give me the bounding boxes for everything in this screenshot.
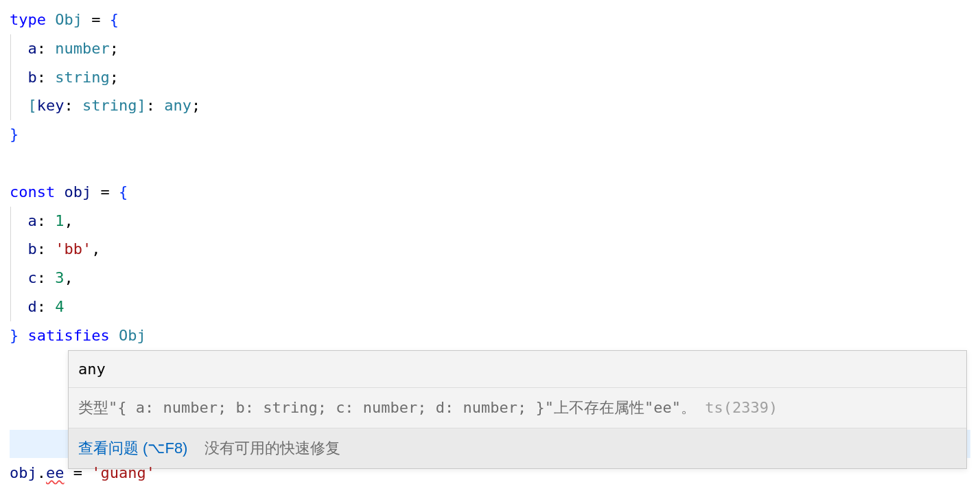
line-highlight — [10, 430, 970, 459]
code-line-6 — [10, 149, 970, 178]
code-line-13 — [10, 350, 970, 459]
code-line-4: [key: string]: any; — [10, 91, 970, 120]
code-line-10: c: 3, — [10, 264, 970, 293]
code-line-14: obj.ee = 'guang' — [10, 459, 970, 488]
error-property: ee — [46, 464, 65, 481]
code-line-11: d: 4 — [10, 293, 970, 321]
code-line-2: a: number; — [10, 34, 970, 63]
code-line-12: } satisfies Obj — [10, 321, 970, 350]
code-line-3: b: string; — [10, 63, 970, 92]
code-line-7: const obj = { — [10, 178, 970, 207]
code-line-1: type Obj = { — [10, 5, 970, 34]
keyword-type: type — [10, 11, 46, 28]
code-line-8: a: 1, — [10, 207, 970, 236]
code-line-5: } — [10, 120, 970, 149]
code-line-9: b: 'bb', — [10, 235, 970, 264]
code-editor[interactable]: type Obj = { a: number; b: string; [key:… — [10, 5, 970, 487]
type-name: Obj — [55, 11, 82, 28]
